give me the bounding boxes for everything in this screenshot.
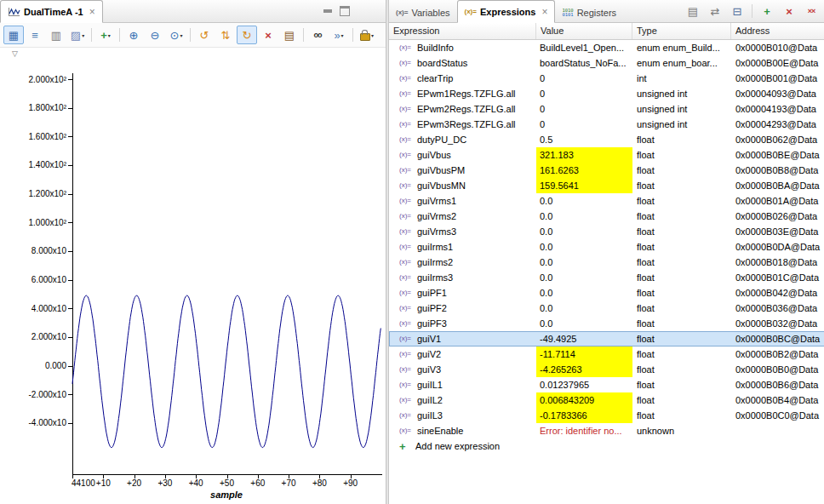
tab-expressions[interactable]: (x)= Expressions × bbox=[457, 0, 556, 23]
expression-value: 0 bbox=[536, 71, 632, 86]
table-row[interactable]: (x)= guiIrms1 0.0 float 0x0000B0DA@Data bbox=[389, 239, 824, 255]
expression-name: guiPF3 bbox=[417, 316, 447, 331]
graph-tabbar: DualTimeA -1 × bbox=[0, 0, 386, 23]
expression-value: 159.5641 bbox=[536, 178, 632, 193]
table-row[interactable]: (x)= EPwm2Regs.TZFLG.all 0 unsigned int … bbox=[389, 101, 824, 117]
graph-properties-icon[interactable]: ▦ bbox=[3, 26, 24, 44]
expression-name: guiVbus bbox=[417, 147, 451, 163]
close-icon[interactable]: × bbox=[541, 8, 547, 16]
expression-name: guiIL1 bbox=[417, 377, 443, 392]
expression-icon: (x)= bbox=[399, 147, 415, 163]
expression-value: 0 bbox=[536, 101, 632, 117]
link-with-editor-icon[interactable]: ⇄ bbox=[705, 2, 725, 20]
table-row[interactable]: (x)= guiV1 -49.4925 float 0x0000B0BC@Dat… bbox=[389, 331, 824, 346]
table-row[interactable]: (x)= guiPF2 0.0 float 0x0000B036@Data bbox=[389, 301, 824, 316]
table-row[interactable]: (x)= guiIL3 -0.1783366 float 0x0000B0C0@… bbox=[389, 408, 824, 423]
table-row[interactable]: (x)= guiVbusMN 159.5641 float 0x0000B0BA… bbox=[389, 178, 824, 193]
expression-address: 0x0000B001@Data bbox=[731, 71, 824, 86]
waveform-chart[interactable]: 2.000x10²1.800x10²1.600x10²1.400x10²1.20… bbox=[0, 46, 386, 504]
expression-address: 0x0000B0B6@Data bbox=[731, 377, 824, 392]
expression-icon: (x)= bbox=[399, 224, 415, 239]
table-row[interactable]: (x)= guiVbus 321.183 float 0x0000B0BE@Da… bbox=[389, 147, 824, 163]
table-row[interactable]: (x)= sineEnable Error: identifier no... … bbox=[389, 423, 824, 438]
layout-icon[interactable]: ▤ bbox=[683, 2, 703, 20]
add-expression-icon[interactable]: + bbox=[757, 2, 777, 20]
svg-text:+30: +30 bbox=[157, 478, 172, 488]
table-row[interactable]: (x)= guiPF1 0.0 float 0x0000B042@Data bbox=[389, 285, 824, 301]
zoom-out-icon[interactable]: ⊖ bbox=[145, 26, 165, 44]
table-row[interactable]: (x)= BuildInfo BuildLevel1_Open... enum … bbox=[389, 40, 824, 55]
expression-type: float bbox=[632, 316, 731, 331]
expression-address: 0x0000B0DA@Data bbox=[731, 239, 824, 255]
table-row[interactable]: (x)= guiV3 -4.265263 float 0x0000B0B0@Da… bbox=[389, 362, 824, 377]
svg-text:+70: +70 bbox=[282, 478, 296, 488]
table-row[interactable]: (x)= guiVbusPM 161.6263 float 0x0000B0B8… bbox=[389, 163, 824, 178]
zoom-in-icon[interactable]: ⊕ bbox=[123, 26, 144, 44]
table-row[interactable]: (x)= clearTrip 0 int 0x0000B001@Data bbox=[389, 71, 824, 86]
expression-type: int bbox=[632, 71, 731, 86]
expression-address: 0x0000B0B2@Data bbox=[731, 346, 824, 362]
continuous-refresh-icon[interactable]: ↻ bbox=[237, 26, 257, 44]
table-row[interactable]: (x)= guiIL2 0.006843209 float 0x0000B0B4… bbox=[389, 392, 824, 408]
table-row[interactable]: (x)= guiV2 -11.7114 float 0x0000B0B2@Dat… bbox=[389, 346, 824, 362]
expression-type: enum enum_boar... bbox=[632, 55, 731, 71]
expression-value: 161.6263 bbox=[536, 163, 632, 178]
expression-address: 0x0000B0BC@Data bbox=[731, 331, 824, 346]
minimize-icon[interactable] bbox=[323, 9, 332, 13]
data-window-icon[interactable]: ▥ bbox=[46, 26, 66, 44]
remove-expression-icon[interactable]: × bbox=[779, 2, 799, 20]
expression-address: 0x00004293@Data bbox=[731, 117, 824, 132]
tab-registers[interactable]: 1010 0101 Registers bbox=[555, 3, 623, 22]
collapse-all-icon[interactable]: ⊟ bbox=[727, 2, 747, 20]
restore-icon[interactable] bbox=[340, 6, 350, 16]
fit-height-icon[interactable]: ≡ bbox=[25, 26, 45, 44]
zoom-mode-icon[interactable]: ⊙▾ bbox=[166, 26, 186, 44]
column-header-type[interactable]: Type bbox=[632, 23, 731, 39]
tab-variables[interactable]: (x)= Variables bbox=[389, 3, 457, 22]
freeze-lock-icon[interactable]: ▾ bbox=[357, 26, 377, 44]
table-row[interactable]: (x)= guiVrms2 0.0 float 0x0000B026@Data bbox=[389, 209, 824, 224]
table-row[interactable]: (x)= guiIrms2 0.0 float 0x0000B018@Data bbox=[389, 255, 824, 270]
column-header-expression[interactable]: Expression bbox=[389, 23, 536, 39]
column-header-address[interactable]: Address bbox=[731, 23, 824, 39]
expression-address: 0x0000B010@Data bbox=[731, 40, 824, 55]
expression-name: EPwm1Regs.TZFLG.all bbox=[417, 86, 516, 101]
table-row[interactable]: (x)= EPwm1Regs.TZFLG.all 0 unsigned int … bbox=[389, 86, 824, 101]
close-icon[interactable]: × bbox=[89, 8, 95, 16]
display-format-icon[interactable]: ▨▾ bbox=[67, 26, 88, 44]
table-row[interactable]: (x)= guiVrms1 0.0 float 0x0000B01A@Data bbox=[389, 193, 824, 209]
expression-icon: (x)= bbox=[399, 316, 415, 331]
table-row[interactable]: (x)= boardStatus boardStatus_NoFa... enu… bbox=[389, 55, 824, 71]
dropdown-caret-icon: ▾ bbox=[371, 32, 374, 38]
expression-name: BuildInfo bbox=[417, 40, 454, 55]
trigger-icon[interactable]: »▾ bbox=[329, 26, 349, 44]
expression-type: float bbox=[632, 301, 731, 316]
expression-icon: (x)= bbox=[399, 86, 415, 101]
svg-text:1.800x10²: 1.800x10² bbox=[29, 103, 67, 112]
expression-value: 0.01237965 bbox=[536, 377, 632, 392]
add-graph-icon[interactable]: +▾ bbox=[95, 26, 116, 44]
table-row[interactable]: (x)= guiPF3 0.0 float 0x0000B032@Data bbox=[389, 316, 824, 331]
table-row[interactable]: (x)= dutyPU_DC 0.5 float 0x0000B062@Data bbox=[389, 132, 824, 147]
column-header-value[interactable]: Value bbox=[536, 23, 632, 39]
tab-dualtimea[interactable]: DualTimeA -1 × bbox=[0, 0, 103, 23]
add-expression-row[interactable]: + Add new expression bbox=[389, 438, 824, 454]
expression-type: float bbox=[632, 362, 731, 377]
expression-icon: (x)= bbox=[399, 40, 415, 55]
expressions-icon: (x)= bbox=[465, 8, 477, 15]
scroll-mode-icon[interactable]: ↺ bbox=[194, 26, 215, 44]
find-icon[interactable]: oo bbox=[307, 26, 328, 44]
remove-all-expressions-icon[interactable]: ×× bbox=[801, 2, 821, 20]
expression-name: guiIL3 bbox=[417, 408, 443, 423]
expression-type: float bbox=[632, 270, 731, 285]
table-row[interactable]: (x)= guiVrms3 0.0 float 0x0000B03E@Data bbox=[389, 224, 824, 239]
auto-scale-icon[interactable]: ⇅ bbox=[215, 26, 236, 44]
expression-value: 0.0 bbox=[536, 239, 632, 255]
expression-icon: (x)= bbox=[399, 423, 415, 438]
export-data-icon[interactable]: ▤ bbox=[279, 26, 300, 44]
table-row[interactable]: (x)= guiIL1 0.01237965 float 0x0000B0B6@… bbox=[389, 377, 824, 392]
expression-address: 0x00004193@Data bbox=[731, 101, 824, 117]
reset-graph-icon[interactable]: × bbox=[258, 26, 278, 44]
table-row[interactable]: (x)= EPwm3Regs.TZFLG.all 0 unsigned int … bbox=[389, 117, 824, 132]
table-row[interactable]: (x)= guiIrms3 0.0 float 0x0000B01C@Data bbox=[389, 270, 824, 285]
